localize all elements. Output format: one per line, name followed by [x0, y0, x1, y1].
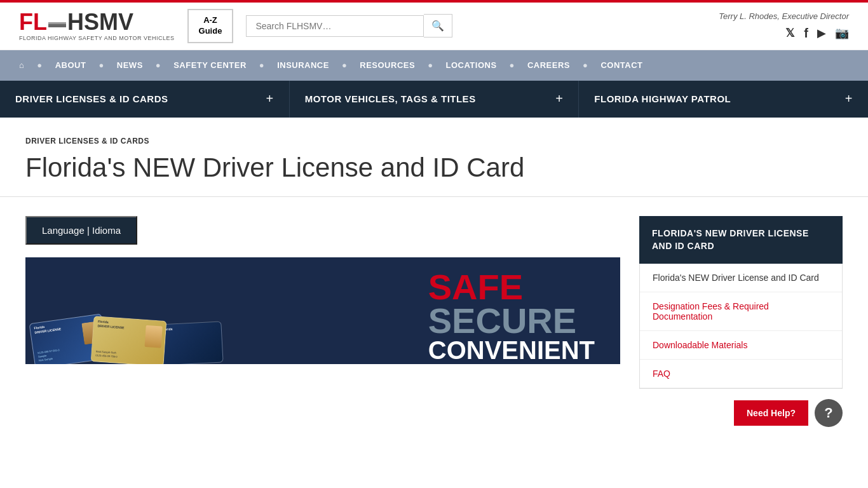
sub-nav-driver-licenses-label: DRIVER LICENSES & ID CARDS	[15, 93, 168, 104]
banner-convenient-text: CONVENIENT	[428, 338, 595, 362]
sidebar-link-faq[interactable]: FAQ	[640, 360, 842, 388]
help-area: Need Help? ?	[639, 399, 843, 427]
banner-safe-text: SAFE	[428, 270, 595, 304]
nav-locations[interactable]: LOCATIONS	[440, 60, 503, 70]
content-left: Language | Idioma FloridaDRIVER LICENSE …	[25, 216, 620, 427]
az-guide-line2: Guide	[199, 26, 222, 37]
nav-news[interactable]: NEWS	[111, 60, 149, 70]
need-help-button[interactable]: Need Help?	[734, 400, 808, 426]
header-left: FLHSMV FLORIDA HIGHWAY SAFETY AND MOTOR …	[19, 9, 452, 43]
sub-nav: DRIVER LICENSES & ID CARDS + MOTOR VEHIC…	[0, 81, 868, 118]
sub-nav-motor-vehicles-plus[interactable]: +	[555, 92, 563, 106]
az-guide-line1: A-Z	[199, 15, 222, 26]
main-content: Language | Idioma FloridaDRIVER LICENSE …	[0, 197, 868, 446]
logo-text: FLHSMV	[19, 11, 175, 34]
sub-nav-highway-patrol-label: FLORIDA HIGHWAY PATROL	[594, 93, 731, 104]
breadcrumb: DRIVER LICENSES & ID CARDS	[25, 137, 843, 146]
sub-nav-highway-patrol-plus[interactable]: +	[845, 92, 853, 106]
header-right: Terry L. Rhodes, Executive Director 𝕏 f …	[719, 11, 849, 41]
facebook-icon[interactable]: f	[804, 26, 808, 41]
banner-secure-text: SECURE	[428, 304, 595, 337]
sidebar-link-downloadable[interactable]: Downloadable Materials	[640, 331, 842, 360]
nav-contact[interactable]: CONTACT	[594, 60, 649, 70]
banner-image: FloridaDRIVER LICENSE S123-456-57-901-0S…	[25, 257, 620, 364]
search-button[interactable]: 🔍	[424, 14, 452, 37]
social-icons: 𝕏 f ▶ 📷	[719, 26, 849, 41]
sub-nav-motor-vehicles-label: MOTOR VEHICLES, TAGS & TITLES	[305, 93, 476, 104]
logo[interactable]: FLHSMV FLORIDA HIGHWAY SAFETY AND MOTOR …	[19, 11, 175, 41]
page-title: Florida's NEW Driver License and ID Card	[25, 152, 843, 184]
main-nav: ⌂ ● ABOUT ● NEWS ● SAFETY CENTER ● INSUR…	[0, 50, 868, 81]
sidebar-links: Florida's NEW Driver License and ID Card…	[639, 264, 843, 389]
sub-nav-driver-licenses[interactable]: DRIVER LICENSES & ID CARDS +	[0, 81, 290, 118]
page-header: DRIVER LICENSES & ID CARDS Florida's NEW…	[0, 118, 868, 197]
search-input[interactable]	[246, 15, 424, 37]
nav-resources[interactable]: RESOURCES	[353, 60, 421, 70]
nav-about[interactable]: ABOUT	[49, 60, 93, 70]
az-guide-button[interactable]: A-Z Guide	[187, 9, 234, 43]
logo-subtitle: FLORIDA HIGHWAY SAFETY AND MOTOR VEHICLE…	[19, 35, 175, 41]
twitter-icon[interactable]: 𝕏	[785, 26, 795, 41]
nav-insurance[interactable]: INSURANCE	[271, 60, 336, 70]
sub-nav-highway-patrol[interactable]: FLORIDA HIGHWAY PATROL +	[579, 81, 868, 118]
exec-title: Terry L. Rhodes, Executive Director	[719, 11, 849, 21]
nav-careers[interactable]: CAREERS	[521, 60, 576, 70]
search-area: 🔍	[246, 14, 452, 37]
sub-nav-motor-vehicles[interactable]: MOTOR VEHICLES, TAGS & TITLES +	[290, 81, 580, 118]
nav-home-icon[interactable]: ⌂	[13, 60, 31, 70]
sub-nav-driver-licenses-plus[interactable]: +	[266, 92, 273, 106]
help-icon[interactable]: ?	[815, 399, 843, 427]
nav-safety-center[interactable]: SAFETY CENTER	[167, 60, 253, 70]
sidebar: FLORIDA'S NEW DRIVER LICENSE AND ID CARD…	[639, 216, 843, 427]
sidebar-header: FLORIDA'S NEW DRIVER LICENSE AND ID CARD	[639, 216, 843, 264]
language-button[interactable]: Language | Idioma	[25, 216, 137, 245]
header: FLHSMV FLORIDA HIGHWAY SAFETY AND MOTOR …	[0, 3, 868, 50]
youtube-icon[interactable]: ▶	[817, 26, 826, 41]
sidebar-link-designation-fees[interactable]: Designation Fees & Required Documentatio…	[640, 292, 842, 331]
sidebar-link-new-dl[interactable]: Florida's NEW Driver License and ID Card	[640, 264, 842, 292]
instagram-icon[interactable]: 📷	[835, 26, 849, 41]
